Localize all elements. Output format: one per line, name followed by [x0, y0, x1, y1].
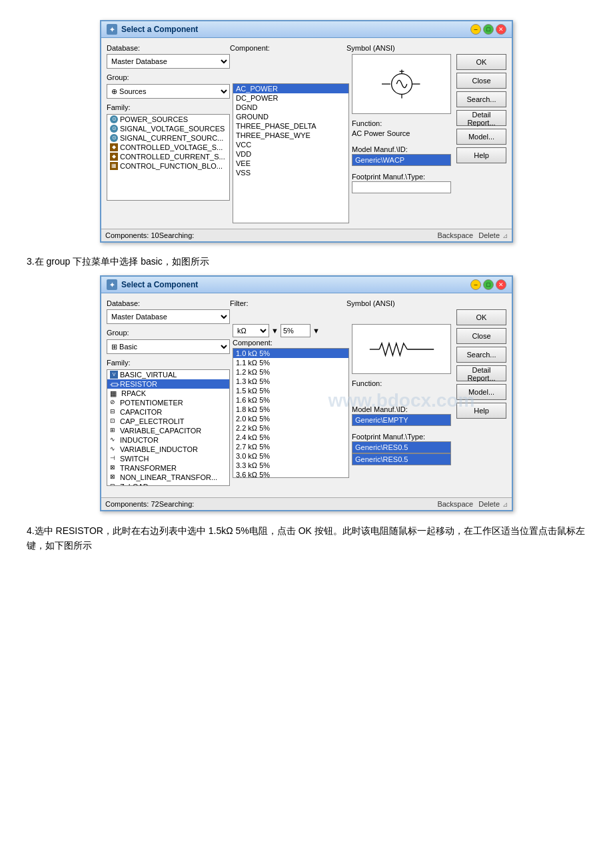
dialog2-left-col: Master Database Group: ⊞ Basic Family: V…	[107, 309, 230, 492]
comp-item-3[interactable]: GROUND	[233, 112, 348, 121]
dialog2-delete[interactable]: Delete	[478, 500, 500, 508]
dialog1-detail-btn[interactable]: Detail Report...	[456, 110, 506, 126]
dialog2-footprint-area: Footprint Manuf.\Type: Generic\RES0.5 Ge…	[352, 433, 451, 465]
dialog1-comp-label: Component:	[230, 44, 270, 52]
dialog1-db-select[interactable]: Master Database	[107, 54, 230, 69]
family-item-5[interactable]: ▦ CONTROL_FUNCTION_BLO...	[107, 161, 229, 171]
d2-family-item-6[interactable]: ⊞ VARIABLE_CAPACITOR	[107, 426, 229, 435]
d2-comp-item-1[interactable]: 1.1 kΩ 5%	[233, 358, 348, 367]
dialog1-close-btn[interactable]: ✕	[496, 24, 506, 35]
dialog1-model-label: Model Manuf.\ID:	[352, 145, 451, 153]
dialog2-filter-val-input[interactable]	[281, 324, 310, 337]
dialog1-symbol-svg	[375, 64, 428, 104]
comp-item-1[interactable]: DC_POWER	[233, 93, 348, 103]
family-icon-1: ⊙	[110, 125, 118, 133]
dialog1-restore-btn[interactable]: □	[483, 24, 494, 35]
dialog1-help-btn[interactable]: Help	[456, 147, 506, 163]
d2-comp-item-8[interactable]: 2.2 kΩ 5%	[233, 423, 348, 433]
comp-item-5[interactable]: THREE_PHASE_WYE	[233, 131, 348, 140]
dialog1-component-list: AC_POWER DC_POWER DGND GROUND THREE_PHAS…	[233, 83, 349, 223]
dialog2-statusbar: Components: 72 Searching: Backspace Dele…	[101, 497, 512, 510]
family-item-1[interactable]: ⊙ SIGNAL_VOLTAGE_SOURCES	[107, 124, 229, 133]
d2-family-item-7[interactable]: ∿ INDUCTOR	[107, 435, 229, 445]
d2-family-item-3[interactable]: ⊘ POTENTIOMETER	[107, 398, 229, 407]
d2-comp-item-5[interactable]: 1.6 kΩ 5%	[233, 395, 348, 405]
dialog1-statusbar: Components: 10 Searching: Backspace Dele…	[101, 229, 512, 241]
comp-item-8[interactable]: VEE	[233, 159, 348, 168]
dialog1-footprint-label: Footprint Manuf.\Type:	[352, 173, 451, 181]
dialog2-model-btn[interactable]: Model...	[456, 384, 506, 400]
dialog2-close-btn[interactable]: ✕	[496, 279, 506, 290]
d2-family-item-8[interactable]: ∿ VARIABLE_INDUCTOR	[107, 445, 229, 454]
comp-item-6[interactable]: VCC	[233, 140, 348, 149]
d2-family-item-4[interactable]: ⊟ CAPACITOR	[107, 407, 229, 417]
dialog2-close-btn2[interactable]: Close	[456, 328, 506, 344]
d2-comp-item-11[interactable]: 3.0 kΩ 5%	[233, 451, 348, 461]
d2-comp-item-0[interactable]: 1.0 kΩ 5%	[233, 349, 348, 358]
d2-comp-item-2[interactable]: 1.2 kΩ 5%	[233, 367, 348, 377]
d2-comp-item-9[interactable]: 2.4 kΩ 5%	[233, 433, 348, 442]
d2-family-item-9[interactable]: ⊣ SWITCH	[107, 454, 229, 463]
d2-ficon-12: ⊡	[110, 483, 118, 486]
family-item-4[interactable]: ◆ CONTROLLED_CURRENT_S...	[107, 152, 229, 161]
family-icon-4: ◆	[110, 153, 118, 161]
dialog2-detail-btn[interactable]: Detail Report...	[456, 365, 506, 381]
dialog2-function-area: Function:	[352, 379, 451, 399]
dialog2-help-btn[interactable]: Help	[456, 403, 506, 419]
d2-comp-item-7[interactable]: 2.0 kΩ 5%	[233, 414, 348, 423]
d2-family-item-10[interactable]: ⊠ TRANSFORMER	[107, 463, 229, 473]
dialog2-right-col: www.bdocx.com Function: Mo	[352, 309, 451, 492]
dialog2-restore-btn[interactable]: □	[483, 279, 494, 290]
dialog1-delete[interactable]: Delete	[478, 231, 500, 239]
dialog1-search-btn[interactable]: Search...	[456, 91, 506, 107]
dialog1-status: Components: 10	[105, 231, 159, 239]
dialog1-close-btn2[interactable]: Close	[456, 73, 506, 89]
dialog2-group-select[interactable]: ⊞ Basic	[107, 339, 230, 354]
d2-family-item-5[interactable]: ⊡ CAP_ELECTROLIT	[107, 417, 229, 426]
dialog2-titlebar-buttons: – □ ✕	[470, 279, 506, 290]
dialog1-title-area: ✦ Select a Component	[107, 24, 198, 35]
dialog1-group-select[interactable]: ⊕ Sources	[107, 84, 230, 99]
dialog2-minimize-btn[interactable]: –	[470, 279, 481, 290]
comp-item-7[interactable]: VDD	[233, 149, 348, 159]
dialog2-resize-icon: ⊿	[502, 501, 508, 508]
comp-item-4[interactable]: THREE_PHASE_DELTA	[233, 121, 348, 131]
d2-comp-item-4[interactable]: 1.5 kΩ 5%	[233, 386, 348, 395]
family-item-0[interactable]: ⊙ POWER_SOURCES	[107, 115, 229, 124]
comp-item-2[interactable]: DGND	[233, 103, 348, 112]
dialog2-db-select[interactable]: Master Database	[107, 309, 230, 324]
dialog2-sym-label: Symbol (ANSI)	[346, 299, 395, 307]
family-item-2[interactable]: ⊙ SIGNAL_CURRENT_SOURC...	[107, 133, 229, 143]
d2-family-item-1[interactable]: RESISTOR	[107, 379, 229, 389]
dialog2-title-area: ✦ Select a Component	[107, 279, 198, 290]
d2-ficon-0: V	[110, 371, 118, 379]
dialog1-family-list: ⊙ POWER_SOURCES ⊙ SIGNAL_VOLTAGE_SOURCES…	[107, 114, 230, 201]
dialog2-backspace[interactable]: Backspace	[437, 500, 473, 508]
dialog1-searching-label: Searching:	[159, 231, 195, 239]
dialog2-ok-btn[interactable]: OK	[456, 309, 506, 325]
d2-comp-item-3[interactable]: 1.3 kΩ 5%	[233, 377, 348, 386]
dialog2-search-btn[interactable]: Search...	[456, 347, 506, 363]
d2-family-item-12[interactable]: ⊡ Z_LOAD	[107, 482, 229, 486]
comp-item-0[interactable]: AC_POWER	[233, 84, 348, 93]
dialog1-btn-col: OK Close Search... Detail Report... Mode…	[456, 54, 506, 223]
dialog2-window: ✦ Select a Component – □ ✕ Database: Fil…	[100, 275, 513, 511]
d2-comp-item-6[interactable]: 1.8 kΩ 5%	[233, 405, 348, 414]
dialog2-filter-unit-select[interactable]: kΩ	[233, 324, 269, 337]
d2-family-item-11[interactable]: ⊠ NON_LINEAR_TRANSFOR...	[107, 473, 229, 482]
dialog2-btn-col: OK Close Search... Detail Report... Mode…	[456, 309, 506, 492]
d2-ficon-9: ⊣	[110, 455, 118, 463]
dialog1-model-btn[interactable]: Model...	[456, 129, 506, 145]
dialog1-minimize-btn[interactable]: –	[470, 24, 481, 35]
dialog1-ok-btn[interactable]: OK	[456, 54, 506, 70]
d2-comp-item-10[interactable]: 2.7 kΩ 5%	[233, 442, 348, 451]
dialog1-mid-col: AC_POWER DC_POWER DGND GROUND THREE_PHAS…	[233, 54, 349, 223]
dialog1-backspace[interactable]: Backspace	[437, 231, 473, 239]
d2-comp-item-13[interactable]: 3.6 kΩ 5%	[233, 470, 348, 478]
d2-comp-item-12[interactable]: 3.3 kΩ 5%	[233, 461, 348, 470]
comp-item-9[interactable]: VSS	[233, 168, 348, 177]
d2-ficon-8: ∿	[110, 445, 118, 453]
d2-family-item-2[interactable]: ▦ RPACK	[107, 389, 229, 398]
d2-family-item-0[interactable]: V BASIC_VIRTUAL	[107, 370, 229, 379]
family-item-3[interactable]: ◆ CONTROLLED_VOLTAGE_S...	[107, 143, 229, 152]
